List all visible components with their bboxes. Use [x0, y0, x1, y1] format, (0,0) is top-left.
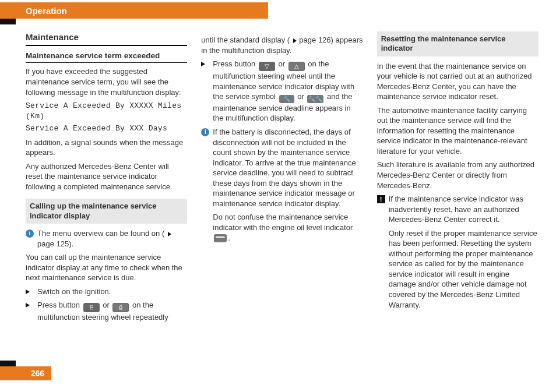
column-1: Maintenance Maintenance service term exc…: [26, 31, 187, 359]
content-area: Maintenance Maintenance service term exc…: [26, 31, 539, 359]
gray-heading-callup: Calling up the maintenance service indic…: [26, 199, 187, 224]
seg-a: Press button: [213, 59, 258, 68]
left-tab-stub: [0, 19, 16, 24]
steering-down-button-icon: ▽: [259, 62, 275, 71]
header-title: Operation: [0, 2, 268, 16]
info-text: If the battery is disconnected, the days…: [213, 127, 363, 209]
header-tab: Operation: [0, 2, 268, 19]
page-root: Operation Maintenance Maintenance servic…: [0, 0, 556, 392]
para-do-not-confuse: Do not confuse the maintenance service i…: [213, 212, 363, 243]
para-only-reset: Only reset if the proper maintenance ser…: [389, 228, 539, 310]
seg-a: Do not confuse the maintenance service i…: [213, 213, 353, 232]
step-arrow-icon: [26, 289, 34, 294]
display-msg-miles: Service A Exceeded By XXXXX Miles (Km): [26, 101, 187, 121]
step-press-buttons-2: Press button ▽ or △ on the multifunction…: [201, 59, 363, 123]
column-2: until the standard display ( page 126) a…: [201, 31, 363, 359]
footer-left-stub: [0, 361, 16, 366]
step-ignition: Switch on the ignition.: [26, 287, 187, 297]
para-until-display: until the standard display ( page 126) a…: [201, 35, 363, 55]
seg-b: .: [228, 234, 230, 242]
para-reset-center: Any authorized Mercedes-Benz Center will…: [26, 161, 187, 192]
step-seg-a: Press button: [37, 301, 82, 309]
page-number: 266: [31, 369, 44, 378]
footer-page-tab: 266: [0, 366, 51, 380]
steering-forward-button-icon: ⎙: [112, 303, 129, 312]
seg-a: until the standard display (: [201, 36, 290, 44]
para-callup-any: You can call up the maintenance service …: [26, 252, 187, 283]
para-reset-event: In the event that the maintenance servic…: [377, 61, 539, 102]
para-facility-find: The automotive maintenance facility carr…: [377, 105, 539, 157]
step-arrow-icon: [201, 62, 209, 66]
step-seg-b: or: [103, 301, 111, 309]
engine-oil-level-icon: [214, 234, 227, 242]
page-ref-arrow-icon: [293, 38, 297, 43]
info-text: The menu overview can be found on ( page…: [37, 228, 187, 249]
subheading-exceeded: Maintenance service term exceeded: [26, 51, 187, 63]
info-battery: i If the battery is disconnected, the da…: [201, 127, 363, 209]
para-exceeded-intro: If you have exceeded the suggested maint…: [26, 66, 187, 97]
gray-heading-reset: Resetting the maintenance service indica…: [377, 31, 539, 56]
page-ref-arrow-icon: [168, 232, 171, 236]
column-3: Resetting the maintenance service indica…: [377, 31, 539, 359]
warning-icon: !: [377, 195, 385, 203]
warn-text: If the maintenance service indicator was…: [389, 194, 539, 225]
info-seg-b: page 125).: [37, 239, 73, 248]
para-literature: Such literature is available from any au…: [377, 160, 539, 190]
info-seg-a: The menu overview can be found on (: [37, 229, 164, 238]
para-signal: In addition, a signal sounds when the me…: [26, 137, 187, 158]
section-heading-maintenance: Maintenance: [26, 31, 187, 46]
info-menu-overview: i The menu overview can be found on ( pa…: [26, 228, 187, 249]
service-double-wrench-icon: 🔧🔧: [307, 95, 323, 103]
info-icon: i: [26, 229, 34, 238]
info-icon: i: [201, 128, 209, 136]
steering-up-button-icon: △: [288, 62, 305, 71]
seg-b: or: [279, 59, 287, 68]
display-msg-days: Service A Exceeded By XXX Days: [26, 123, 187, 134]
step-press-buttons-1: Press button ⎘ or ⎙ on the multifunction…: [26, 300, 187, 323]
warn-inadvertent-reset: ! If the maintenance service indicator w…: [377, 194, 539, 225]
step-arrow-icon: [26, 303, 34, 308]
step-text: Press button ▽ or △ on the multifunction…: [213, 59, 363, 123]
seg-d: or: [297, 92, 306, 101]
steering-back-button-icon: ⎘: [83, 303, 100, 312]
step-text: Switch on the ignition.: [37, 287, 187, 297]
service-wrench-icon: 🔧: [279, 95, 294, 103]
step-text: Press button ⎘ or ⎙ on the multifunction…: [37, 300, 187, 323]
